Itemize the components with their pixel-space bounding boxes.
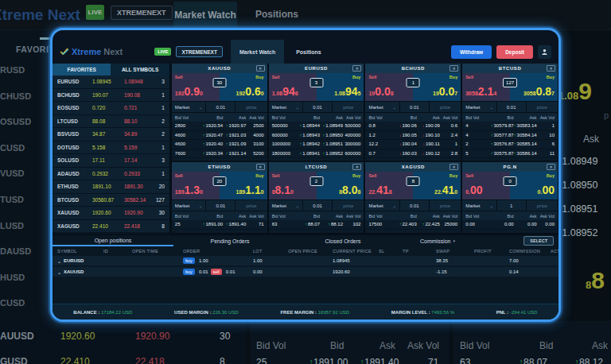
buy-button[interactable]: Buy190.07 [413, 73, 461, 101]
order-type-dropdown[interactable]: Market⌄ [269, 102, 303, 112]
tab-positions[interactable]: Positions [287, 40, 330, 64]
close-icon[interactable]: ✕ [352, 65, 361, 72]
position-symbol: ⌄EURUSD [57, 258, 103, 264]
ask-price: 1920.90 [124, 210, 156, 215]
user-avatar-button[interactable] [538, 45, 551, 59]
sidebar-symbol-row[interactable]: BTCUSD30580.8730582.14127 [53, 194, 169, 207]
tile-price-area: Sell22.4188Buy22.410 [365, 172, 461, 199]
bid-price: 1.08945 [92, 79, 124, 84]
price-input[interactable]: price [527, 200, 558, 211]
ask-price: ↑22.425 [417, 222, 440, 227]
price-input[interactable]: price [235, 102, 267, 112]
arrow-up-icon: ↑ [203, 133, 205, 137]
order-type-dropdown[interactable]: Market⌄ [172, 200, 206, 211]
arrow-up-icon: ↑ [203, 141, 205, 146]
price-input[interactable]: price [235, 200, 267, 211]
order-type-dropdown[interactable]: Market⌄ [365, 200, 399, 211]
sidebar-symbol-row[interactable]: XAUUSD1920.601920.9030 [53, 207, 169, 220]
buy-button[interactable]: Buy1.08945 [317, 73, 364, 101]
quantity-input[interactable]: 1 [497, 200, 527, 211]
price-input[interactable]: price [430, 102, 461, 112]
buy-button[interactable]: Buy30580.87 [510, 73, 558, 101]
close-icon[interactable]: ✕ [256, 65, 265, 72]
close-icon[interactable]: ✕ [256, 164, 265, 170]
sidebar-symbol-row[interactable]: ETHUSD1891.101891.3020 [53, 180, 169, 194]
depth-col-header: Ask Vol [537, 115, 555, 120]
order-type-dropdown[interactable]: Market⌄ [462, 102, 496, 112]
quantity-input[interactable]: 0.01 [303, 102, 333, 112]
positions-tab-closed-orders[interactable]: Closed Orders [286, 235, 399, 246]
close-icon[interactable]: ✕ [547, 164, 555, 170]
chevron-down-icon: ⌄ [393, 203, 396, 208]
ask-volume: 11 [537, 151, 555, 156]
buy-button[interactable]: Buy0.00 [510, 172, 558, 199]
brand-primary: Xtreme [72, 47, 101, 56]
sidebar-symbol-row[interactable]: BSVUSD34.8734.892 [53, 128, 169, 141]
quantity-input[interactable]: 0.01 [303, 200, 333, 211]
close-icon[interactable]: ✕ [352, 164, 361, 170]
order-type-dropdown[interactable]: Market⌄ [172, 102, 206, 112]
sell-label: Sell [272, 173, 280, 178]
buy-button[interactable]: Buy1891.10 [220, 172, 267, 199]
position-row-eurusd[interactable]: ⌄EURUSDbuy1.001.001.0894538.357.00 [53, 256, 558, 267]
quantity-input[interactable]: 0.01 [206, 200, 235, 211]
depth-row: 0.7↓190.03↓190.122.8 [365, 149, 461, 159]
symbol-name: EOSUSD [57, 105, 92, 110]
tab-market-watch[interactable]: Market Watch [231, 40, 284, 64]
depth-table-header: Bid VolBidAskAsk Vol [462, 211, 558, 220]
ask-price: ↑30583.14 [514, 123, 537, 128]
depth-row: 1.2↓190.05↓190.102.4 [365, 131, 461, 141]
quantity-input[interactable]: 0.01 [497, 102, 527, 112]
quantity-input[interactable]: 0.01 [400, 200, 430, 211]
sidebar-symbol-row[interactable]: EOSUSD0.7200.7211 [53, 102, 169, 115]
positions-tab-open-positions[interactable]: Open positions [53, 235, 173, 246]
sell-button[interactable]: Sell1920.90 [172, 73, 220, 101]
spread-badge: 127 [503, 78, 517, 87]
buy-button[interactable]: Buy88.08 [317, 172, 364, 199]
sell-button[interactable]: Sell1891.30 [172, 172, 220, 199]
price-input[interactable]: price [333, 102, 364, 112]
buy-button[interactable]: Buy1920.60 [220, 73, 267, 101]
sell-button[interactable]: Sell88.10 [269, 172, 317, 199]
position-row-xauusd[interactable]: ⌄XAUUSDbuy0.01sell0.010.001920.60-1.150.… [53, 267, 558, 278]
close-icon[interactable]: ✕ [547, 65, 555, 72]
order-type-dropdown[interactable]: Market⌄ [462, 200, 496, 211]
sidebar-symbol-row[interactable]: BCHUSD190.07190.081 [53, 89, 169, 103]
positions-tab-pending-orders[interactable]: Pending Orders [173, 235, 286, 246]
depth-col-header: Bid [390, 115, 417, 120]
sidebar-symbol-row[interactable]: EURUSD1.089451.089483 [53, 76, 169, 89]
sidebar-tab-favorites[interactable]: FAVORITES [53, 64, 111, 76]
sidebar-symbol-row[interactable]: LTCUSD88.0888.102 [53, 115, 169, 129]
bid-price: 1920.60 [92, 210, 124, 215]
sidebar-symbol-row[interactable]: SOLUSD17.1117.143 [53, 154, 169, 168]
arrow-up-icon: ↑ [491, 123, 493, 128]
sidebar-symbol-row[interactable]: XAGUSD22.41022.4188 [53, 220, 169, 234]
deposit-button[interactable]: Deposit [496, 45, 533, 59]
sidebar-symbol-row[interactable]: DOTUSD5.1585.1591 [53, 141, 169, 155]
depth-row: 4600↑1920.47↑1921.034000 [172, 131, 267, 141]
sell-button[interactable]: Sell22.418 [365, 172, 413, 199]
sidebar-tab-all-symbols[interactable]: ALL SYMBOLS [111, 64, 169, 76]
price-input[interactable]: price [527, 102, 558, 112]
sell-button[interactable]: Sell190.08 [365, 73, 413, 101]
account-button[interactable]: XTREMENEXT [176, 46, 222, 57]
close-icon[interactable]: ✕ [449, 164, 458, 170]
sell-button[interactable]: Sell0.00 [462, 172, 510, 199]
positions-tab-commission[interactable]: Commission▾ [399, 235, 476, 246]
price-input[interactable]: price [430, 200, 461, 211]
bid-volume: 4 [465, 133, 487, 137]
withdraw-button[interactable]: Withdraw [451, 45, 492, 59]
price-input[interactable]: price [333, 200, 364, 211]
depth-row: 1000000↑1.08942↑1.08951300000 [269, 140, 364, 149]
close-icon[interactable]: ✕ [449, 65, 458, 72]
quantity-input[interactable]: 0.01 [206, 102, 235, 112]
order-type-dropdown[interactable]: Market⌄ [269, 200, 303, 211]
tile-price-area: Sell1.089483Buy1.08945 [269, 73, 364, 101]
order-type-dropdown[interactable]: Market⌄ [365, 102, 399, 112]
quantity-input[interactable]: 0.01 [400, 102, 430, 112]
sidebar-symbol-row[interactable]: ADAUSD0.29320.29331 [53, 168, 169, 181]
select-button[interactable]: SELECT [523, 236, 554, 246]
sell-button[interactable]: Sell1.08948 [269, 73, 317, 101]
buy-button[interactable]: Buy22.410 [413, 172, 461, 199]
bid-price: 0.00 [487, 222, 514, 227]
